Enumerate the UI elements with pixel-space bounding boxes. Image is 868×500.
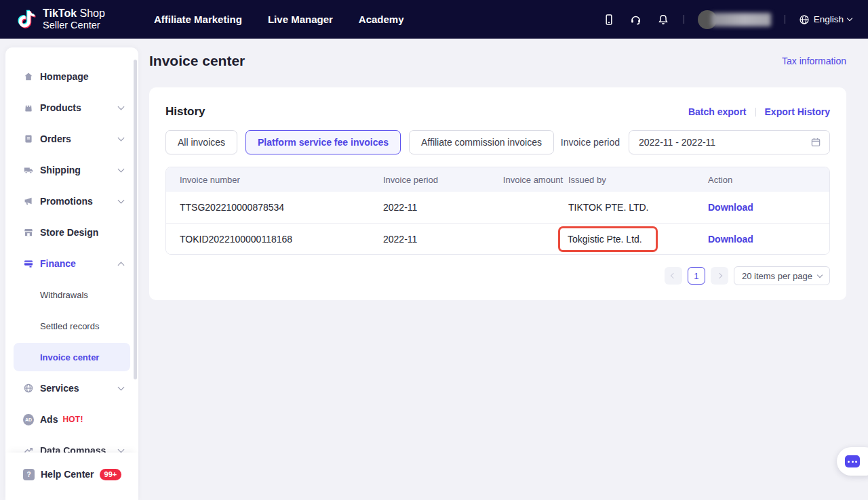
nav-academy[interactable]: Academy	[359, 14, 404, 25]
batch-export-link[interactable]: Batch export	[688, 106, 747, 117]
language-selector[interactable]: English	[799, 14, 852, 25]
topnav-menu: Affiliate Marketing Live Manager Academy	[154, 14, 404, 25]
sidebar-item-settled-records[interactable]: Settled records	[5, 310, 138, 341]
sidebar-item-promotions[interactable]: Promotions	[5, 186, 138, 217]
tax-information-link[interactable]: Tax information	[782, 56, 846, 66]
support-headset-icon[interactable]	[629, 13, 643, 26]
divider	[785, 15, 785, 24]
issued-by: Tokgistic Pte. Ltd.	[563, 234, 705, 245]
help-question-icon: ?	[23, 469, 35, 480]
logo-brand-suffix: Shop	[80, 7, 105, 19]
chat-bubble-icon	[845, 455, 860, 467]
main-content: Invoice center Tax information History B…	[138, 39, 868, 500]
pagination: 1 20 items per page	[165, 266, 830, 285]
data-compass-icon	[23, 445, 34, 453]
logo-subtitle: Seller Center	[43, 20, 105, 31]
logo-text: TikTok Shop Seller Center	[43, 7, 105, 31]
red-highlight-annotation: Tokgistic Pte. Ltd.	[558, 226, 658, 252]
download-link[interactable]: Download	[708, 202, 753, 213]
invoice-period-value: 2022-11 - 2022-11	[639, 137, 715, 148]
sidebar-item-orders[interactable]: Orders	[5, 123, 138, 154]
previous-page-button[interactable]	[665, 267, 682, 285]
help-count-badge: 99+	[100, 469, 122, 480]
col-action: Action	[705, 175, 816, 185]
chevron-down-icon	[118, 197, 125, 204]
finance-card-icon	[23, 258, 34, 269]
tiktok-logo[interactable]: TikTok Shop Seller Center	[16, 7, 105, 31]
orders-doc-icon	[23, 133, 34, 144]
nav-live-manager[interactable]: Live Manager	[268, 14, 333, 25]
tiktok-note-icon	[16, 8, 37, 31]
home-icon	[23, 71, 34, 82]
col-invoice-period: Invoice period	[383, 175, 498, 185]
page-size-value: 20 items per page	[742, 271, 812, 281]
user-account[interactable]	[698, 10, 771, 29]
download-link[interactable]: Download	[708, 234, 753, 245]
promotions-megaphone-icon	[23, 196, 34, 207]
filter-all-invoices[interactable]: All invoices	[165, 130, 237, 154]
chevron-down-icon	[118, 166, 125, 173]
chevron-down-icon	[817, 272, 823, 277]
chevron-down-icon	[118, 446, 125, 453]
chat-widget-button[interactable]	[837, 447, 868, 476]
nav-affiliate-marketing[interactable]: Affiliate Marketing	[154, 14, 242, 25]
invoice-period-label: Invoice period	[561, 137, 620, 148]
invoice-period-input[interactable]: 2022-11 - 2022-11	[629, 130, 830, 154]
sidebar-item-homepage[interactable]: Homepage	[5, 61, 138, 92]
invoice-type-filters: All invoices Platform service fee invoic…	[165, 130, 554, 154]
filter-platform-service-fee-invoices[interactable]: Platform service fee invoices	[245, 130, 401, 154]
filter-affiliate-commission-invoices[interactable]: Affiliate commission invoices	[409, 130, 554, 154]
ads-icon: AD	[23, 414, 34, 425]
sidebar-item-services[interactable]: Services	[5, 373, 138, 404]
invoice-number: TTSG202210000878534	[180, 202, 383, 213]
sidebar-item-finance[interactable]: Finance	[5, 248, 138, 279]
services-globe-icon	[23, 383, 34, 394]
username-redacted	[711, 13, 771, 26]
notifications-bell-icon[interactable]	[656, 13, 670, 26]
history-heading: History	[165, 105, 205, 119]
sidebar-item-data-compass[interactable]: Data Compass	[5, 435, 138, 453]
chevron-down-icon	[118, 104, 125, 110]
globe-icon	[799, 14, 810, 25]
page-size-select[interactable]: 20 items per page	[734, 266, 830, 285]
sidebar-item-invoice-center[interactable]: Invoice center	[14, 343, 130, 371]
sidebar-item-shipping[interactable]: Shipping	[5, 154, 138, 186]
sidebar-item-withdrawals[interactable]: Withdrawals	[5, 279, 138, 310]
products-bag-icon	[23, 102, 34, 113]
chevron-down-icon	[847, 16, 852, 21]
hot-badge: HOT!	[62, 415, 83, 424]
col-invoice-amount: Invoice amount	[498, 175, 563, 185]
invoice-period: 2022-11	[383, 202, 498, 213]
table-row: TTSG202210000878534 2022-11 TIKTOK PTE. …	[166, 192, 829, 223]
language-label: English	[814, 14, 844, 24]
mobile-app-icon[interactable]	[602, 13, 616, 26]
chevron-down-icon	[118, 135, 125, 142]
chevron-left-icon	[671, 273, 676, 278]
invoice-period: 2022-11	[383, 234, 498, 245]
page-1-button[interactable]: 1	[688, 267, 705, 285]
store-design-icon	[23, 227, 34, 238]
table-row: TOKID2022100000118168 2022-11 Tokgistic …	[166, 223, 829, 254]
chevron-down-icon	[118, 384, 125, 391]
export-history-link[interactable]: Export History	[765, 106, 830, 117]
table-header-row: Invoice number Invoice period Invoice am…	[166, 167, 829, 192]
col-issued-by: Issued by	[563, 175, 705, 185]
calendar-icon	[810, 137, 821, 148]
chevron-right-icon	[717, 273, 722, 278]
sidebar-item-ads[interactable]: AD Ads HOT!	[5, 404, 138, 435]
divider	[684, 15, 684, 24]
sidebar-item-store-design[interactable]: Store Design	[5, 217, 138, 248]
sidebar-item-products[interactable]: Products	[5, 92, 138, 123]
invoice-number: TOKID2022100000118168	[180, 234, 383, 245]
sidebar-item-help-center[interactable]: ? Help Center 99+	[5, 453, 138, 500]
sidebar-scroll-area: Homepage Products Orders Shipping Promot…	[5, 47, 138, 453]
invoices-table: Invoice number Invoice period Invoice am…	[165, 167, 830, 255]
sidebar: Homepage Products Orders Shipping Promot…	[5, 47, 138, 500]
sidebar-scrollbar[interactable]	[134, 60, 137, 379]
next-page-button[interactable]	[711, 267, 728, 285]
history-card: History Batch export Export History All …	[149, 87, 846, 300]
chevron-up-icon	[118, 262, 125, 268]
topnav: TikTok Shop Seller Center Affiliate Mark…	[0, 0, 868, 39]
issued-by: TIKTOK PTE. LTD.	[563, 202, 705, 213]
page-title: Invoice center	[149, 53, 245, 69]
